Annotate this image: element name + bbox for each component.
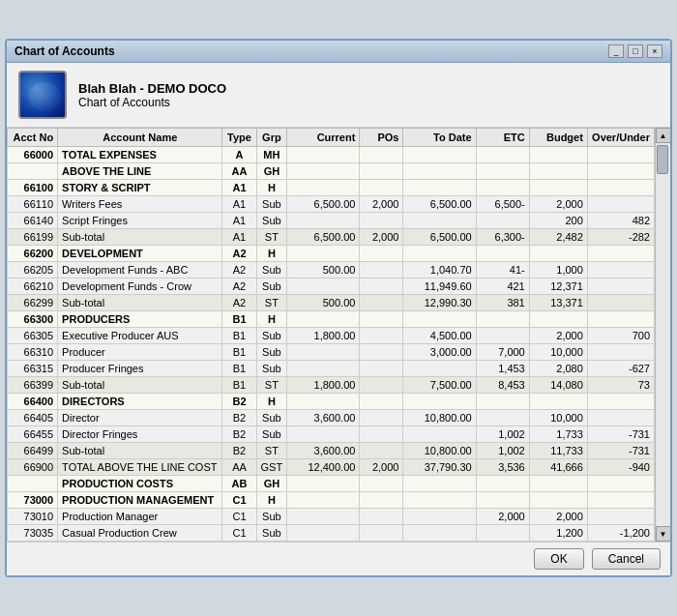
- table-cell: 3,000.00: [403, 344, 476, 361]
- table-cell: [587, 344, 654, 361]
- table-cell: [360, 509, 403, 525]
- table-cell: 73: [587, 377, 654, 394]
- table-cell: [587, 410, 654, 426]
- table-cell: [287, 163, 360, 180]
- table-cell: C1: [222, 492, 256, 509]
- table-cell: [360, 426, 403, 443]
- table-cell: Executive Producer AUS: [58, 328, 222, 344]
- table-cell: 66499: [8, 443, 58, 459]
- table-cell: 6,500.00: [287, 229, 360, 246]
- table-cell: Sub-total: [58, 377, 222, 394]
- table-cell: 1,800.00: [287, 377, 360, 394]
- table-cell: [403, 394, 476, 410]
- table-cell: B2: [222, 410, 256, 426]
- table-cell: 6,500.00: [287, 196, 360, 213]
- table-cell: Sub: [256, 525, 287, 542]
- table-row: 66900TOTAL ABOVE THE LINE COSTAAGST12,40…: [8, 459, 655, 476]
- table-cell: [360, 246, 403, 262]
- table-cell: DIRECTORS: [58, 394, 222, 410]
- table-cell: Sub: [256, 426, 287, 443]
- table-cell: [476, 311, 529, 328]
- table-cell: [529, 246, 587, 262]
- scroll-thumb[interactable]: [657, 145, 668, 174]
- table-wrapper[interactable]: Acct No Account Name Type Grp Current PO…: [7, 128, 655, 542]
- table-cell: [403, 180, 476, 196]
- table-row: 66205Development Funds - ABCA2Sub500.001…: [8, 262, 655, 279]
- title-bar: Chart of Accounts _ □ ×: [7, 41, 670, 63]
- table-cell: H: [256, 492, 287, 509]
- table-cell: 13,371: [529, 295, 587, 311]
- table-cell: [403, 163, 476, 180]
- table-cell: 2,000: [529, 328, 587, 344]
- table-cell: Sub: [256, 328, 287, 344]
- table-cell: [287, 311, 360, 328]
- table-cell: AA: [222, 163, 256, 180]
- table-cell: 1,002: [476, 443, 529, 459]
- table-cell: 2,000: [360, 196, 403, 213]
- table-cell: [476, 213, 529, 229]
- table-cell: [287, 279, 360, 295]
- table-cell: PRODUCERS: [58, 311, 222, 328]
- chart-subtitle: Chart of Accounts: [78, 96, 226, 109]
- cancel-button[interactable]: Cancel: [592, 548, 661, 570]
- table-cell: [529, 476, 587, 492]
- table-row: 66200DEVELOPMENTA2H: [8, 246, 655, 262]
- scroll-track[interactable]: [657, 143, 670, 526]
- table-cell: [403, 213, 476, 229]
- table-row: 66100STORY & SCRIPTA1H: [8, 180, 655, 196]
- table-cell: B2: [222, 394, 256, 410]
- table-cell: 66110: [8, 196, 58, 213]
- table-cell: Sub: [256, 196, 287, 213]
- table-row: 66400DIRECTORSB2H: [8, 394, 655, 410]
- maximize-button[interactable]: □: [628, 44, 643, 58]
- close-button[interactable]: ×: [647, 44, 662, 58]
- table-cell: 6,500.00: [403, 196, 476, 213]
- table-cell: [476, 163, 529, 180]
- table-cell: B2: [222, 443, 256, 459]
- col-header-acct: Acct No: [8, 129, 58, 147]
- table-cell: [587, 492, 654, 509]
- table-cell: Writers Fees: [58, 196, 222, 213]
- table-cell: 6,500.00: [403, 229, 476, 246]
- scrollbar[interactable]: ▲ ▼: [655, 128, 670, 542]
- table-cell: A2: [222, 262, 256, 279]
- table-cell: ST: [256, 443, 287, 459]
- col-header-pos: POs: [360, 129, 403, 147]
- table-cell: ABOVE THE LINE: [58, 163, 222, 180]
- table-cell: AA: [222, 459, 256, 476]
- minimize-button[interactable]: _: [608, 44, 624, 58]
- scroll-up-arrow[interactable]: ▲: [656, 128, 671, 143]
- table-cell: [360, 147, 403, 163]
- table-cell: 482: [587, 213, 654, 229]
- ok-button[interactable]: OK: [534, 548, 583, 570]
- table-cell: C1: [222, 509, 256, 525]
- table-cell: A1: [222, 229, 256, 246]
- table-cell: [476, 394, 529, 410]
- table-cell: 66000: [8, 147, 58, 163]
- table-cell: 10,800.00: [403, 410, 476, 426]
- table-cell: A: [222, 147, 256, 163]
- table-cell: 66299: [8, 295, 58, 311]
- table-cell: 41-: [476, 262, 529, 279]
- table-cell: [360, 476, 403, 492]
- table-cell: H: [256, 311, 287, 328]
- table-cell: 66455: [8, 426, 58, 443]
- table-body: 66000TOTAL EXPENSESAMHABOVE THE LINEAAGH…: [8, 147, 655, 542]
- table-cell: [360, 180, 403, 196]
- table-cell: Development Funds - Crow: [58, 279, 222, 295]
- table-cell: 66310: [8, 344, 58, 361]
- table-cell: 12,371: [529, 279, 587, 295]
- table-cell: C1: [222, 525, 256, 542]
- table-cell: GH: [256, 476, 287, 492]
- table-row: 66455Director FringesB2Sub1,0021,733-731: [8, 426, 655, 443]
- table-cell: B2: [222, 426, 256, 443]
- globe-icon: [18, 71, 67, 119]
- table-cell: [287, 361, 360, 377]
- scroll-down-arrow[interactable]: ▼: [656, 526, 671, 542]
- table-cell: Production Manager: [58, 509, 222, 525]
- table-cell: 500.00: [287, 262, 360, 279]
- table-cell: 2,000: [360, 229, 403, 246]
- table-row: 73010Production ManagerC1Sub2,0002,000: [8, 509, 655, 525]
- table-cell: 2,080: [529, 361, 587, 377]
- table-cell: 66315: [8, 361, 58, 377]
